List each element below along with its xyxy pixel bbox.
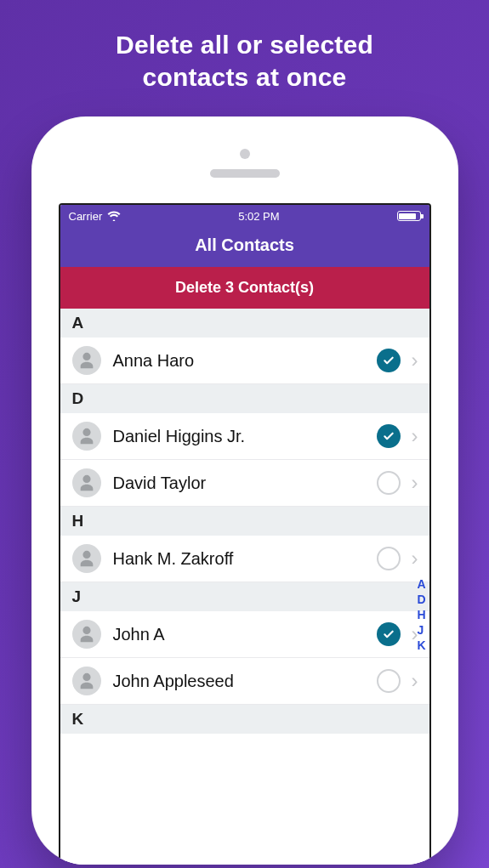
contact-name: John A: [113, 625, 377, 644]
contacts-list[interactable]: AAnna Haro›DDaniel Higgins Jr.›David Tay…: [60, 309, 429, 865]
contact-row[interactable]: Hank M. Zakroff›: [60, 536, 429, 582]
index-letter[interactable]: H: [417, 608, 425, 621]
selection-indicator[interactable]: [377, 349, 401, 372]
selection-indicator[interactable]: [377, 622, 401, 646]
phone-camera-dot: [240, 149, 250, 159]
carrier-label: Carrier: [69, 210, 103, 223]
status-time: 5:02 PM: [238, 210, 279, 223]
status-bar: Carrier 5:02 PM: [60, 205, 429, 227]
index-letter[interactable]: D: [417, 593, 425, 606]
chevron-right-icon: ›: [411, 671, 423, 691]
section-header: J: [60, 582, 429, 611]
selection-indicator[interactable]: [377, 547, 401, 570]
section-header: H: [60, 507, 429, 536]
contact-row[interactable]: Daniel Higgins Jr.›: [60, 413, 429, 460]
phone-frame: Carrier 5:02 PM All Contacts Delete 3 Co…: [31, 116, 458, 865]
avatar-icon: [72, 620, 101, 649]
avatar-icon: [72, 544, 101, 573]
chevron-right-icon: ›: [411, 426, 423, 446]
alpha-index-strip[interactable]: ADHJK: [417, 577, 425, 652]
contact-row[interactable]: David Taylor›: [60, 460, 429, 507]
promo-title: Delete all or selected contacts at once: [116, 29, 373, 93]
index-letter[interactable]: J: [417, 623, 425, 637]
chevron-right-icon: ›: [411, 350, 423, 371]
phone-earpiece: [210, 169, 280, 178]
battery-icon: [397, 211, 421, 221]
contact-name: David Taylor: [113, 474, 377, 493]
selection-indicator[interactable]: [377, 424, 401, 448]
nav-title: All Contacts: [60, 227, 429, 267]
index-letter[interactable]: A: [417, 577, 425, 591]
promo-line-2: contacts at once: [116, 61, 373, 94]
section-header: D: [60, 384, 429, 413]
contact-name: Daniel Higgins Jr.: [113, 427, 377, 446]
chevron-right-icon: ›: [411, 473, 423, 493]
contact-row[interactable]: John A›: [60, 611, 429, 658]
avatar-icon: [72, 422, 101, 451]
avatar-icon: [72, 468, 101, 497]
selection-indicator[interactable]: [377, 669, 401, 693]
wifi-icon: [107, 211, 121, 221]
phone-screen: Carrier 5:02 PM All Contacts Delete 3 Co…: [59, 203, 431, 865]
delete-contacts-button[interactable]: Delete 3 Contact(s): [60, 267, 429, 309]
avatar-icon: [72, 667, 101, 695]
contact-name: Hank M. Zakroff: [113, 549, 377, 569]
contact-name: John Appleseed: [113, 672, 377, 691]
index-letter[interactable]: K: [417, 638, 425, 652]
chevron-right-icon: ›: [411, 548, 423, 569]
contact-name: Anna Haro: [113, 351, 377, 371]
section-header: A: [60, 309, 429, 338]
selection-indicator[interactable]: [377, 471, 401, 495]
promo-line-1: Delete all or selected: [116, 29, 373, 61]
contact-row[interactable]: John Appleseed›: [60, 658, 429, 705]
avatar-icon: [72, 346, 101, 375]
section-header: K: [60, 705, 429, 734]
contact-row[interactable]: Anna Haro›: [60, 338, 429, 384]
